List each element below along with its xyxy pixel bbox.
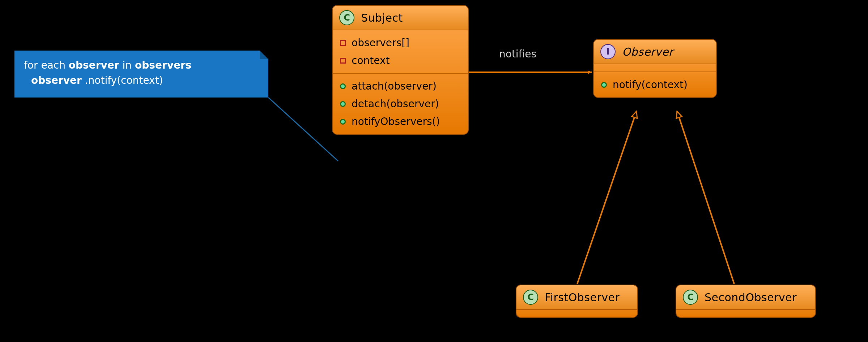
- method-row: detach(observer): [340, 95, 461, 113]
- interface-observer-name: Observer: [622, 46, 673, 58]
- interface-observer-title: I Observer: [594, 40, 716, 64]
- edge-note-link: [268, 98, 338, 161]
- class-first-observer-title: C FirstObserver: [516, 285, 637, 310]
- edge-first-observer-inherits: [577, 111, 637, 284]
- edge-label-notifies: notifies: [499, 48, 536, 60]
- interface-observer: I Observer notify(context): [593, 39, 717, 98]
- class-first-observer-name: FirstObserver: [545, 291, 620, 304]
- uml-note: for each observer in observers observer …: [14, 51, 268, 98]
- class-badge-icon: C: [339, 10, 354, 25]
- class-first-observer-body: [516, 310, 637, 317]
- class-subject-methods: attach(observer) detach(observer) notify…: [333, 74, 468, 134]
- method-row: notify(context): [601, 76, 709, 94]
- method-icon: [601, 82, 607, 88]
- edge-second-observer-inherits: [677, 111, 734, 284]
- class-subject-name: Subject: [361, 12, 403, 24]
- class-badge-icon: C: [683, 290, 698, 305]
- method-row: attach(observer): [340, 77, 461, 95]
- note-line1: for each observer in observers: [24, 58, 259, 73]
- class-subject-fields: observers[] context: [333, 30, 468, 74]
- interface-badge-icon: I: [600, 44, 616, 59]
- note-fold-icon: [260, 51, 268, 59]
- method-icon: [340, 119, 346, 125]
- field-row: observers[]: [340, 34, 461, 52]
- class-second-observer: C SecondObserver: [676, 285, 816, 318]
- field-icon: [340, 58, 346, 64]
- field-row: context: [340, 52, 461, 69]
- class-second-observer-body: [676, 310, 815, 317]
- class-subject: C Subject observers[] context attach(obs…: [332, 5, 469, 135]
- field-icon: [340, 40, 346, 46]
- class-second-observer-name: SecondObserver: [705, 291, 797, 304]
- class-subject-title: C Subject: [333, 6, 468, 30]
- class-badge-icon: C: [523, 290, 538, 305]
- method-icon: [340, 83, 346, 89]
- interface-observer-methods: notify(context): [594, 72, 716, 97]
- interface-observer-empty: [594, 64, 716, 72]
- note-line2: observer .notify(context): [24, 73, 259, 88]
- method-icon: [340, 101, 346, 107]
- class-second-observer-title: C SecondObserver: [676, 285, 815, 310]
- method-row: notifyObservers(): [340, 113, 461, 130]
- class-first-observer: C FirstObserver: [516, 285, 638, 318]
